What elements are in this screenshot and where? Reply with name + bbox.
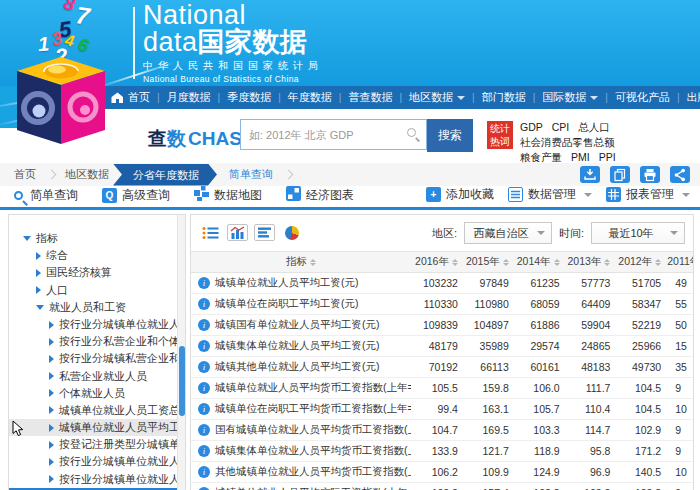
info-icon[interactable]: i [198,298,210,310]
sort-icon[interactable] [604,259,610,266]
time-select[interactable]: 最近10年 [591,222,685,244]
tree-item-2[interactable]: 国民经济核算 [9,264,177,281]
tree-item-5[interactable]: 按行业分城镇单位就业人员 [9,316,177,333]
hot-word-link[interactable]: GDP [520,121,543,133]
download-icon[interactable] [580,166,600,183]
tree-item-12[interactable]: 按登记注册类型分城镇单位就业人员工资总额 [9,436,177,453]
hot-word-link[interactable]: 粮食产量 [520,151,562,163]
copy-icon[interactable] [610,166,630,183]
info-icon[interactable]: i [198,466,210,478]
hbar-chart-icon[interactable] [254,224,275,241]
query-tab-3[interactable]: 经济图表 [286,186,354,204]
info-icon[interactable]: i [198,382,210,394]
nav-item-6[interactable]: 部门数据 [482,90,526,105]
list-view-icon[interactable] [200,224,221,241]
expand-icon[interactable] [49,424,54,432]
column-header-0[interactable]: 指标 [191,255,411,269]
search-icon[interactable] [407,128,416,137]
nav-item-1[interactable]: 月度数据 [167,90,211,105]
info-icon[interactable]: i [198,403,210,415]
sort-icon[interactable] [503,259,509,266]
info-icon[interactable]: i [198,277,210,289]
expand-icon[interactable] [49,441,54,449]
expand-icon[interactable] [49,338,54,346]
breadcrumb-active-tab[interactable]: 分省年度数据 [113,164,217,186]
expand-icon[interactable] [49,458,54,466]
sort-icon[interactable] [452,259,458,266]
sort-icon[interactable] [310,259,316,266]
expand-icon[interactable] [49,372,54,380]
column-header-6[interactable]: 2011年 [665,255,694,269]
column-header-1[interactable]: 2016年 [411,255,462,269]
hot-word-link[interactable]: 社会消费品零售总额 [520,136,615,148]
info-icon[interactable]: i [198,361,210,373]
nav-item-8[interactable]: 可视化产品 [615,90,670,105]
info-icon[interactable]: i [198,424,210,436]
query-tab-1[interactable]: Q高级查询 [102,186,170,204]
manage-tab-0[interactable]: +添加收藏 [426,186,494,203]
tree-item-14[interactable]: 按行业分城镇单位就业人员平均工资 [9,471,177,488]
query-tab-2[interactable]: 数据地图 [194,186,262,204]
tree-item-3[interactable]: 人口 [9,282,177,299]
value-cell: 49 [665,277,694,289]
manage-tab-1[interactable]: 数据管理 [508,186,592,203]
search-input[interactable] [249,121,409,148]
tree-item-4[interactable]: 就业人员和工资 [9,299,177,316]
expand-icon[interactable] [36,269,41,277]
expand-icon[interactable] [49,321,54,329]
tree-item-9[interactable]: 个体就业人员 [9,385,177,402]
info-icon[interactable]: i [198,445,210,457]
print-icon[interactable] [640,166,660,183]
column-header-4[interactable]: 2013年 [564,255,615,269]
tree-item-6[interactable]: 按行业分私营企业和个体就业人员 [9,333,177,350]
tree-item-11[interactable]: 城镇单位就业人员平均工资和指数 [9,419,177,436]
site-logo: National data国家数据 中华人民共和国国家统计局 National … [143,2,323,84]
nav-item-4[interactable]: 普查数据 [348,90,392,105]
tree-item-8[interactable]: 私营企业就业人员 [9,368,177,385]
share-icon[interactable] [670,166,690,183]
expand-icon[interactable] [49,475,54,483]
query-tab-0[interactable]: 简单查询 [14,186,78,204]
bar-chart-icon[interactable] [227,224,248,241]
tree-item-7[interactable]: 按行业分城镇私营企业和个体就业人员 [9,350,177,367]
sidebar-scrollbar[interactable] [177,215,185,490]
expand-icon[interactable] [36,286,41,294]
sort-icon[interactable] [554,259,560,266]
nav-item-5[interactable]: 地区数据 [409,90,465,105]
expand-icon[interactable] [36,252,41,260]
column-header-2[interactable]: 2015年 [462,255,513,269]
tree-item-10[interactable]: 城镇单位就业人员工资总额和指数 [9,402,177,419]
table-row: i其他城镇单位就业人员平均货币工资指数(上年=100)106.2109.9124… [191,462,694,483]
nav-item-3[interactable]: 年度数据 [288,90,332,105]
pie-chart-icon[interactable] [281,224,302,241]
tree-item-0[interactable]: 指标 [9,230,177,247]
value-cell: 109839 [411,319,462,331]
nav-item-9[interactable]: 出版物 [686,90,700,105]
breadcrumb-item[interactable]: 简单查询 [229,167,273,182]
breadcrumb-item[interactable]: 地区数据 [65,167,109,182]
expand-icon[interactable] [49,355,54,363]
expand-icon[interactable] [49,406,54,414]
hot-word-link[interactable]: 总人口 [578,121,610,133]
hot-word-link[interactable]: CPI [552,121,570,133]
tree-item-1[interactable]: 综合 [9,247,177,264]
region-select[interactable]: 西藏自治区 [464,222,552,244]
manage-tab-2[interactable]: 报表管理 [606,186,690,203]
info-icon[interactable]: i [198,340,210,352]
column-header-5[interactable]: 2012年 [614,255,665,269]
scrollbar-thumb[interactable] [179,346,185,416]
nav-item-2[interactable]: 季度数据 [227,90,271,105]
hot-word-link[interactable]: PPI [599,151,616,163]
collapse-icon[interactable] [36,305,44,310]
collapse-icon[interactable] [23,236,31,241]
column-header-3[interactable]: 2014年 [513,255,564,269]
search-button[interactable]: 搜索 [427,119,473,152]
sort-icon[interactable] [655,259,661,266]
hot-word-link[interactable]: PMI [571,151,590,163]
breadcrumb-item[interactable]: 首页 [14,167,36,182]
expand-icon[interactable] [49,389,54,397]
tree-item-13[interactable]: 按行业分城镇单位就业人员工资总额 [9,453,177,470]
info-icon[interactable]: i [198,319,210,331]
nav-item-7[interactable]: 国际数据 [542,90,598,105]
nav-item-0[interactable]: 首页 [111,90,150,105]
